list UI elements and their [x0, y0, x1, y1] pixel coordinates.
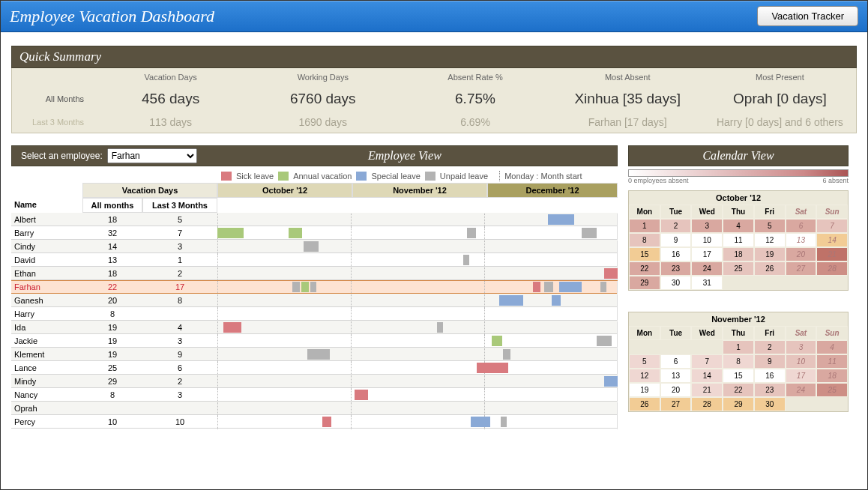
cal-day[interactable]: 2 — [754, 340, 786, 354]
cal-day[interactable]: 4 — [723, 219, 754, 233]
cal-day[interactable]: 30 — [754, 397, 786, 411]
cal-day[interactable]: 26 — [754, 261, 786, 276]
cal-day[interactable]: 4 — [816, 340, 848, 354]
gantt-area — [217, 389, 618, 401]
cal-day[interactable]: 31 — [691, 276, 723, 290]
cal-day[interactable]: 24 — [786, 383, 817, 397]
cal-day[interactable]: 23 — [754, 383, 786, 397]
table-row[interactable]: Ida194 — [11, 321, 618, 334]
table-row[interactable]: Oprah — [11, 402, 618, 415]
calendar-month: October '12MonTueWedThuFriSatSun12345678… — [628, 190, 849, 291]
cal-day[interactable]: 16 — [754, 369, 786, 383]
cal-day[interactable]: 19 — [629, 383, 660, 397]
cal-day[interactable]: 8 — [629, 233, 660, 247]
cal-day[interactable]: 1 — [723, 340, 754, 354]
table-row[interactable]: Nancy83 — [11, 388, 618, 402]
bar-annual — [289, 228, 302, 238]
cal-day[interactable]: 22 — [723, 383, 754, 397]
all-months-value: 19 — [82, 350, 142, 359]
cal-day[interactable]: 3 — [786, 340, 817, 354]
select-employee-dropdown[interactable]: Farhan — [107, 148, 197, 163]
cal-day[interactable]: 17 — [691, 247, 723, 261]
cal-day[interactable]: 18 — [723, 247, 754, 261]
table-row[interactable]: Harry8 — [11, 307, 618, 321]
bar-annual — [301, 282, 309, 292]
table-row[interactable]: Ganesh208 — [11, 294, 618, 307]
table-row[interactable]: Lance256 — [11, 361, 618, 375]
cal-day[interactable]: 14 — [691, 369, 723, 383]
table-row[interactable]: Jackie193 — [11, 334, 618, 348]
bar-unpaid — [501, 417, 507, 427]
cal-day[interactable]: 21 — [816, 247, 848, 261]
cal-day[interactable]: 7 — [816, 219, 848, 233]
cal-day[interactable]: 14 — [816, 233, 848, 247]
cal-day[interactable]: 11 — [816, 354, 848, 369]
legend-low: 0 employees absent — [628, 177, 689, 184]
cal-day[interactable]: 29 — [723, 397, 754, 411]
employee-name: Cindy — [11, 242, 82, 251]
summary-col-working: Working Days — [247, 68, 399, 86]
cal-day[interactable]: 1 — [629, 219, 660, 233]
col-all-months: All months — [82, 198, 142, 213]
cal-day[interactable]: 23 — [660, 261, 692, 276]
table-row[interactable]: Percy1010 — [11, 415, 618, 429]
cal-day[interactable]: 21 — [691, 383, 723, 397]
table-row[interactable]: Albert185 — [11, 213, 618, 226]
employee-name: Ethan — [11, 269, 82, 278]
cal-day[interactable]: 7 — [691, 354, 723, 369]
cal-day[interactable]: 25 — [723, 261, 754, 276]
table-row[interactable]: Mindy292 — [11, 375, 618, 388]
table-row[interactable]: Ethan182 — [11, 267, 618, 280]
cal-day[interactable]: 10 — [786, 354, 817, 369]
cal-day[interactable]: 5 — [754, 219, 786, 233]
all-months-value: 18 — [82, 269, 142, 278]
table-row[interactable]: Farhan2217 — [11, 280, 618, 294]
cal-day[interactable]: 10 — [691, 233, 723, 247]
employee-name: Nancy — [11, 390, 82, 399]
cal-day[interactable]: 2 — [660, 219, 692, 233]
bar-unpaid — [304, 241, 319, 252]
cal-day[interactable]: 9 — [754, 354, 786, 369]
last3-value: 1 — [142, 255, 217, 264]
cal-day[interactable]: 19 — [754, 247, 786, 261]
cal-day[interactable]: 15 — [723, 369, 754, 383]
cal-day[interactable]: 28 — [816, 261, 848, 276]
cal-day[interactable]: 13 — [786, 233, 817, 247]
cal-day[interactable]: 5 — [629, 354, 660, 369]
cal-day[interactable]: 15 — [629, 247, 660, 261]
cal-day[interactable]: 11 — [723, 233, 754, 247]
cal-day[interactable]: 28 — [691, 397, 723, 411]
bar-special — [559, 282, 582, 292]
cal-day[interactable]: 6 — [660, 354, 692, 369]
bar-special — [604, 376, 618, 387]
summary-vacation-all: 456 days — [94, 86, 247, 112]
cal-day[interactable]: 24 — [691, 261, 723, 276]
cal-day[interactable]: 6 — [786, 219, 817, 233]
table-row[interactable]: David131 — [11, 253, 618, 267]
cal-day[interactable]: 18 — [816, 369, 848, 383]
cal-day[interactable]: 8 — [723, 354, 754, 369]
vacation-tracker-button[interactable]: Vacation Tracker — [757, 6, 858, 26]
cal-day[interactable]: 22 — [629, 261, 660, 276]
cal-day[interactable]: 30 — [660, 276, 692, 290]
gantt-area — [217, 254, 618, 266]
cal-day[interactable]: 29 — [629, 276, 660, 290]
cal-day[interactable]: 12 — [754, 233, 786, 247]
cal-day[interactable]: 9 — [660, 233, 692, 247]
cal-day[interactable]: 20 — [786, 247, 817, 261]
legend-month-start: Monday : Month start — [504, 172, 582, 181]
table-row[interactable]: Klement199 — [11, 348, 618, 361]
cal-day[interactable]: 17 — [786, 369, 817, 383]
cal-day[interactable]: 3 — [691, 219, 723, 233]
cal-day[interactable]: 12 — [629, 369, 660, 383]
cal-day[interactable]: 26 — [629, 397, 660, 411]
table-row[interactable]: Cindy143 — [11, 240, 618, 253]
cal-day[interactable]: 13 — [660, 369, 692, 383]
cal-day[interactable]: 27 — [786, 261, 817, 276]
cal-day[interactable]: 16 — [660, 247, 692, 261]
bar-sick — [604, 268, 618, 279]
cal-day[interactable]: 27 — [660, 397, 692, 411]
cal-day[interactable]: 20 — [660, 383, 692, 397]
cal-day[interactable]: 25 — [816, 383, 848, 397]
table-row[interactable]: Barry327 — [11, 226, 618, 240]
